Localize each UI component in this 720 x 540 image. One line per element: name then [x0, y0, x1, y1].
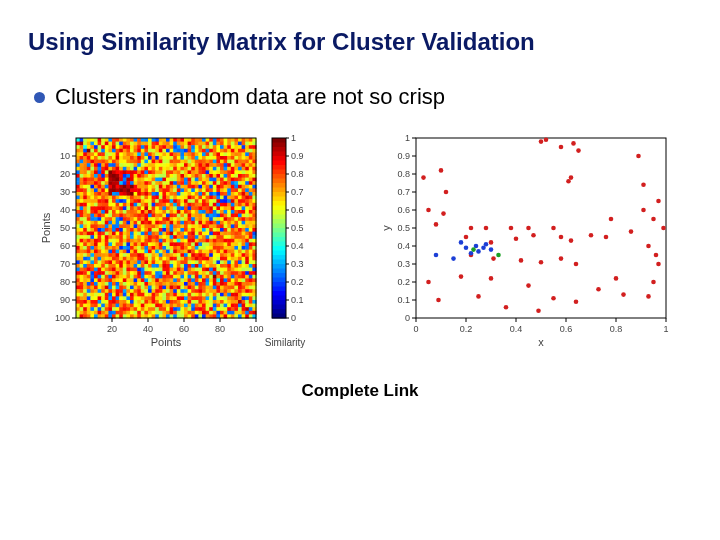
svg-rect-308: [105, 160, 109, 164]
svg-rect-1777: [173, 264, 177, 268]
svg-rect-387: [209, 163, 213, 167]
svg-rect-1767: [137, 264, 141, 268]
svg-rect-1168: [141, 221, 145, 225]
svg-rect-1348: [249, 232, 253, 236]
svg-rect-1508: [105, 246, 109, 250]
svg-rect-537: [209, 174, 213, 178]
svg-rect-2537: [272, 156, 286, 161]
svg-rect-477: [173, 170, 177, 174]
svg-rect-248: [249, 152, 253, 156]
svg-rect-556: [98, 178, 102, 182]
svg-rect-1658: [105, 257, 109, 261]
svg-rect-980: [184, 206, 188, 210]
svg-rect-1960: [112, 278, 116, 282]
svg-rect-1242: [227, 224, 231, 228]
svg-point-2686: [656, 262, 661, 267]
svg-rect-392: [227, 163, 231, 167]
svg-rect-906: [98, 203, 102, 207]
svg-text:0: 0: [291, 313, 296, 323]
svg-rect-710: [112, 188, 116, 192]
svg-rect-2239: [216, 296, 220, 300]
svg-rect-1038: [213, 210, 217, 214]
svg-rect-1966: [134, 278, 138, 282]
svg-rect-829: [180, 196, 184, 200]
svg-rect-1727: [173, 260, 177, 264]
svg-rect-1743: [231, 260, 235, 264]
svg-rect-1059: [108, 214, 112, 218]
svg-rect-2139: [216, 289, 220, 293]
svg-rect-468: [141, 170, 145, 174]
svg-rect-1984: [198, 278, 202, 282]
svg-rect-675: [166, 185, 170, 189]
svg-rect-683: [195, 185, 199, 189]
svg-rect-1419: [144, 239, 148, 243]
svg-rect-843: [231, 196, 235, 200]
svg-rect-1276: [170, 228, 174, 232]
svg-rect-1482: [191, 242, 195, 246]
svg-text:0.6: 0.6: [560, 324, 573, 334]
svg-rect-1519: [144, 246, 148, 250]
svg-rect-1687: [209, 257, 213, 261]
svg-rect-1547: [245, 246, 249, 250]
svg-rect-871: [152, 199, 156, 203]
svg-rect-1553: [87, 250, 91, 254]
svg-rect-1698: [249, 257, 253, 261]
svg-rect-355: [94, 163, 98, 167]
svg-rect-812: [119, 196, 123, 200]
svg-rect-1198: [249, 221, 253, 225]
svg-rect-831: [188, 196, 192, 200]
svg-rect-2212: [119, 296, 123, 300]
svg-rect-927: [173, 203, 177, 207]
svg-rect-1456: [98, 242, 102, 246]
svg-rect-1277: [173, 228, 177, 232]
svg-rect-1671: [152, 257, 156, 261]
svg-rect-1078: [177, 214, 181, 218]
svg-rect-981: [188, 206, 192, 210]
svg-rect-1664: [126, 257, 130, 261]
svg-rect-1212: [119, 224, 123, 228]
svg-rect-1497: [245, 242, 249, 246]
svg-rect-1186: [206, 221, 210, 225]
svg-rect-68: [141, 142, 145, 146]
svg-rect-2318: [141, 304, 145, 308]
svg-rect-1263: [123, 228, 127, 232]
svg-rect-138: [213, 145, 217, 149]
svg-rect-1792: [227, 264, 231, 268]
svg-rect-546: [242, 174, 246, 178]
svg-rect-875: [166, 199, 170, 203]
svg-rect-1558: [105, 250, 109, 254]
svg-rect-1970: [148, 278, 152, 282]
svg-rect-1856: [98, 271, 102, 275]
svg-rect-2018: [141, 282, 145, 286]
svg-rect-585: [202, 178, 206, 182]
svg-rect-1192: [227, 221, 231, 225]
svg-rect-208: [105, 152, 109, 156]
svg-rect-1884: [198, 271, 202, 275]
svg-rect-1231: [188, 224, 192, 228]
svg-rect-1245: [238, 224, 242, 228]
svg-rect-1915: [130, 275, 134, 279]
svg-rect-1735: [202, 260, 206, 264]
svg-rect-327: [173, 160, 177, 164]
svg-rect-1496: [242, 242, 246, 246]
svg-rect-225: [166, 152, 170, 156]
svg-rect-1436: [206, 239, 210, 243]
svg-rect-1330: [184, 232, 188, 236]
svg-rect-147: [245, 145, 249, 149]
svg-rect-910: [112, 203, 116, 207]
svg-rect-2163: [123, 293, 127, 297]
svg-rect-1183: [195, 221, 199, 225]
svg-rect-696: [242, 185, 246, 189]
svg-rect-1171: [152, 221, 156, 225]
svg-rect-1445: [238, 239, 242, 243]
svg-rect-1014: [126, 210, 130, 214]
svg-rect-685: [202, 185, 206, 189]
svg-point-2672: [476, 294, 481, 299]
svg-rect-1934: [198, 275, 202, 279]
svg-rect-1602: [83, 253, 87, 257]
svg-point-2673: [489, 276, 494, 281]
svg-rect-969: [144, 206, 148, 210]
svg-rect-2090: [220, 286, 224, 290]
svg-rect-1693: [231, 257, 235, 261]
svg-rect-822: [155, 196, 159, 200]
